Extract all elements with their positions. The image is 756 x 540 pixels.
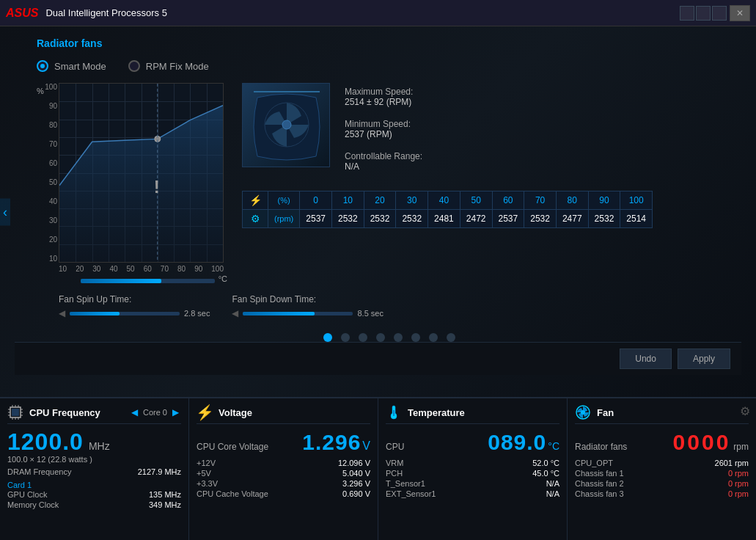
fan-time-controls: Fan Spin Up Time: ◀ 2.8 sec Fan Spin Dow… bbox=[59, 294, 741, 318]
pct-20: 20 bbox=[364, 191, 396, 210]
pch-temp-row: PCH 45.0 °C bbox=[386, 468, 559, 478]
controllable-value: N/A bbox=[345, 161, 422, 172]
grid-btn-1[interactable] bbox=[680, 6, 694, 21]
cpu-freq-title: CPU Frequency bbox=[29, 407, 100, 418]
cpu-core-voltage-unit: V bbox=[362, 439, 370, 453]
page-dot-3[interactable] bbox=[359, 333, 367, 342]
rpm-60: 2537 bbox=[492, 210, 524, 228]
temp-rows: VRM 52.0 °C PCH 45.0 °C T_Sensor1 N/A EX… bbox=[386, 458, 559, 499]
cpu-temp-value: 089.0 bbox=[488, 430, 546, 455]
spin-down-control: Fan Spin Down Time: ◀ 8.5 sec bbox=[232, 294, 383, 318]
lightning-icon-cell: ⚡ bbox=[243, 191, 268, 210]
rpm-0: 2537 bbox=[300, 210, 332, 228]
cpu-freq-value: 1200.0 bbox=[7, 430, 84, 453]
smart-mode-label: Smart Mode bbox=[54, 61, 106, 72]
spin-up-left-arrow[interactable]: ◀ bbox=[59, 308, 65, 318]
radiator-fans-unit: rpm bbox=[733, 442, 749, 452]
cpu-freq-unit: MHz bbox=[89, 440, 110, 452]
close-button[interactable]: ✕ bbox=[730, 5, 750, 21]
pct-40: 40 bbox=[428, 191, 460, 210]
action-buttons: Undo Apply bbox=[15, 342, 741, 375]
title-bar-left: ASUS Dual Intelligent Processors 5 bbox=[6, 7, 167, 20]
rpm-10: 2532 bbox=[331, 210, 364, 228]
cpu-freq-big-value-row: 1200.0 MHz bbox=[7, 430, 181, 453]
svg-text:!: ! bbox=[154, 177, 160, 197]
min-speed-value: 2537 (RPM) bbox=[345, 129, 422, 139]
gpu-clock-label: GPU Clock bbox=[7, 490, 47, 499]
smart-mode-radio[interactable]: Smart Mode bbox=[37, 60, 106, 72]
temp-header: Temperature bbox=[386, 404, 559, 424]
cpu-frequency-panel: CPU Frequency ◀ Core 0 ▶ 1200.0 MHz 100.… bbox=[0, 398, 189, 540]
rpm-unit-cell: (rpm) bbox=[268, 210, 300, 228]
pct-100: 100 bbox=[620, 191, 653, 210]
title-bar-right: ✕ bbox=[680, 5, 750, 21]
cpu-temp-unit: °C bbox=[548, 440, 559, 452]
rpm-20: 2532 bbox=[364, 210, 396, 228]
apply-button[interactable]: Apply bbox=[678, 349, 730, 369]
cpu-temp-label: CPU bbox=[386, 442, 404, 452]
svg-point-6 bbox=[282, 120, 291, 129]
spin-down-value: 8.5 sec bbox=[357, 309, 383, 318]
volt-33v-row: +3.3V 3.296 V bbox=[197, 478, 370, 489]
cpu-icon-svg bbox=[7, 404, 23, 420]
page-dot-6[interactable] bbox=[411, 333, 420, 342]
memory-clock-label: Memory Clock bbox=[7, 500, 59, 509]
grid-btn-3[interactable] bbox=[712, 6, 727, 21]
rpm-table-container: ⚡ (%) 0 10 20 30 40 50 bbox=[242, 191, 653, 228]
temperature-panel: Temperature CPU 089.0 °C VRM 52.0 °C PCH… bbox=[378, 398, 568, 540]
page-dot-2[interactable] bbox=[341, 333, 350, 342]
voltage-header: ⚡ Voltage bbox=[197, 404, 370, 424]
page-dot-5[interactable] bbox=[394, 333, 403, 342]
chart-y-labels: 100 90 80 70 60 50 40 30 20 10 bbox=[37, 83, 57, 263]
cpu-freq-nav: ◀ Core 0 ▶ bbox=[129, 407, 181, 417]
controllable-label: Controllable Range: bbox=[345, 151, 422, 161]
svg-marker-0 bbox=[59, 106, 223, 262]
rpm-fix-label: RPM Fix Mode bbox=[146, 61, 209, 72]
fan-chart-grid[interactable]: ! bbox=[59, 83, 224, 263]
dram-freq-row: DRAM Frequency 2127.9 MHz bbox=[7, 467, 181, 477]
fan-panel-title: Fan bbox=[597, 407, 614, 418]
tsensor1-row: T_Sensor1 N/A bbox=[386, 478, 559, 489]
fan-panel-gear-icon[interactable]: ⚙ bbox=[740, 404, 750, 418]
rpm-90: 2532 bbox=[588, 210, 620, 228]
rpm-fix-mode-radio[interactable]: RPM Fix Mode bbox=[128, 60, 209, 72]
vrm-temp-row: VRM 52.0 °C bbox=[386, 458, 559, 468]
spin-down-left-arrow[interactable]: ◀ bbox=[232, 308, 238, 318]
page-dot-8[interactable] bbox=[447, 333, 455, 342]
pct-70: 70 bbox=[524, 191, 557, 210]
cpu-freq-nav-left[interactable]: ◀ bbox=[129, 407, 140, 417]
radiator-fans-value: 0000 bbox=[673, 430, 731, 455]
page-dot-1[interactable] bbox=[323, 333, 332, 342]
voltage-panel: ⚡ Voltage CPU Core Voltage 1.296 V +12V … bbox=[189, 398, 378, 540]
rpm-100: 2514 bbox=[620, 210, 653, 228]
window-grid-buttons bbox=[680, 6, 727, 21]
cpu-temp-value-group: 089.0 °C bbox=[488, 430, 559, 455]
voltage-icon: ⚡ bbox=[197, 404, 213, 420]
pct-60: 60 bbox=[492, 191, 524, 210]
spin-down-slider[interactable] bbox=[243, 312, 353, 315]
fan-visualization bbox=[242, 83, 330, 167]
cpu-core-voltage-value: 1.296 bbox=[302, 430, 361, 455]
rpm-table-percent-row: ⚡ (%) 0 10 20 30 40 50 bbox=[243, 191, 653, 210]
cpu-freq-nav-right[interactable]: ▶ bbox=[170, 407, 181, 417]
mode-radio-group: Smart Mode RPM Fix Mode bbox=[37, 60, 741, 72]
spin-up-slider[interactable] bbox=[70, 312, 180, 315]
min-speed-stat: Minimum Speed: 2537 (RPM) bbox=[345, 119, 422, 139]
page-dot-4[interactable] bbox=[376, 333, 385, 342]
rpm-fix-circle bbox=[128, 60, 140, 72]
dram-freq-value: 2127.9 MHz bbox=[138, 467, 181, 476]
fan-viz-stats-row: Maximum Speed: 2514 ± 92 (RPM) Minimum S… bbox=[242, 83, 653, 178]
nav-left-arrow[interactable]: ‹ bbox=[0, 198, 10, 225]
rpm-30: 2532 bbox=[396, 210, 428, 228]
section-title: Radiator fans bbox=[37, 37, 741, 49]
undo-button[interactable]: Undo bbox=[620, 349, 672, 369]
chart-slider[interactable] bbox=[81, 279, 215, 283]
page-dot-7[interactable] bbox=[429, 333, 438, 342]
rpm-70: 2532 bbox=[524, 210, 557, 228]
temp-title: Temperature bbox=[408, 407, 465, 418]
spin-up-label: Fan Spin Up Time: bbox=[59, 294, 210, 304]
chart-x-labels: 10 20 30 40 50 60 70 80 90 100 bbox=[59, 265, 224, 273]
grid-btn-2[interactable] bbox=[696, 6, 711, 21]
title-bar: ASUS Dual Intelligent Processors 5 ✕ bbox=[0, 0, 756, 26]
memory-clock-value: 349 MHz bbox=[149, 500, 181, 509]
